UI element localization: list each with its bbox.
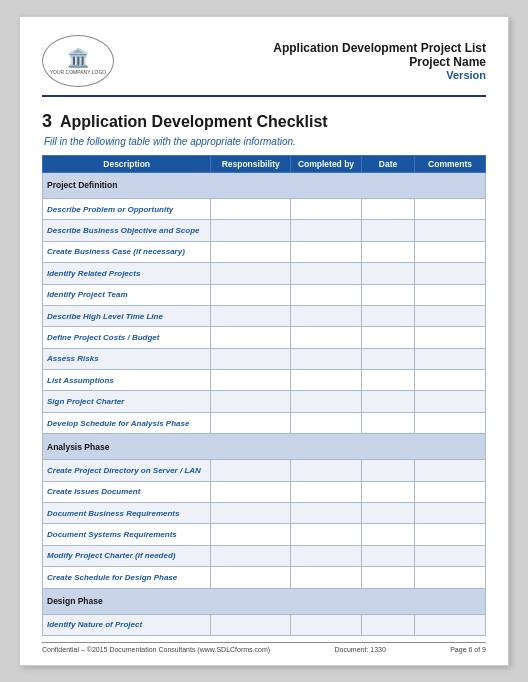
row-description: Describe High Level Time Line — [43, 305, 211, 326]
row-completed[interactable] — [291, 567, 362, 588]
row-comments[interactable] — [415, 263, 486, 284]
row-responsibility[interactable] — [211, 284, 291, 305]
row-responsibility[interactable] — [211, 263, 291, 284]
footer-confidential: Confidential – ©2015 Documentation Consu… — [42, 646, 270, 653]
row-date[interactable] — [361, 305, 414, 326]
row-responsibility[interactable] — [211, 348, 291, 369]
row-responsibility[interactable] — [211, 567, 291, 588]
row-date[interactable] — [361, 220, 414, 241]
row-date[interactable] — [361, 481, 414, 502]
row-description: Document Business Requirements — [43, 503, 211, 524]
row-completed[interactable] — [291, 284, 362, 305]
row-comments[interactable] — [415, 348, 486, 369]
table-row: Create Project Directory on Server / LAN — [43, 460, 486, 481]
row-date[interactable] — [361, 391, 414, 412]
row-comments[interactable] — [415, 241, 486, 262]
table-row: Create Schedule for Design Phase — [43, 567, 486, 588]
row-comments[interactable] — [415, 198, 486, 219]
row-date[interactable] — [361, 198, 414, 219]
row-comments[interactable] — [415, 524, 486, 545]
row-responsibility[interactable] — [211, 412, 291, 433]
row-comments[interactable] — [415, 284, 486, 305]
row-responsibility[interactable] — [211, 370, 291, 391]
row-completed[interactable] — [291, 327, 362, 348]
row-date[interactable] — [361, 370, 414, 391]
row-comments[interactable] — [415, 567, 486, 588]
row-responsibility[interactable] — [211, 460, 291, 481]
header-title-line1: Application Development Project List — [273, 41, 486, 55]
row-completed[interactable] — [291, 524, 362, 545]
row-responsibility[interactable] — [211, 198, 291, 219]
row-comments[interactable] — [415, 220, 486, 241]
row-comments[interactable] — [415, 614, 486, 635]
row-responsibility[interactable] — [211, 220, 291, 241]
row-responsibility[interactable] — [211, 614, 291, 635]
header: 🏛️ YOUR COMPANY LOGO Application Develop… — [42, 35, 486, 97]
row-completed[interactable] — [291, 198, 362, 219]
row-date[interactable] — [361, 327, 414, 348]
row-comments[interactable] — [415, 327, 486, 348]
row-responsibility[interactable] — [211, 391, 291, 412]
table-row: Define Project Costs / Budget — [43, 327, 486, 348]
group-header-row: Design Phase — [43, 588, 486, 614]
row-completed[interactable] — [291, 412, 362, 433]
row-completed[interactable] — [291, 370, 362, 391]
row-date[interactable] — [361, 503, 414, 524]
section-number: 3 — [42, 111, 52, 132]
row-completed[interactable] — [291, 503, 362, 524]
row-comments[interactable] — [415, 370, 486, 391]
row-comments[interactable] — [415, 305, 486, 326]
row-completed[interactable] — [291, 391, 362, 412]
table-row: Describe Business Objective and Scope — [43, 220, 486, 241]
row-description: Create Business Case (if necessary) — [43, 241, 211, 262]
checklist-table: Description Responsibility Completed by … — [42, 155, 486, 636]
logo: 🏛️ YOUR COMPANY LOGO — [42, 35, 114, 87]
row-completed[interactable] — [291, 460, 362, 481]
row-description: Create Project Directory on Server / LAN — [43, 460, 211, 481]
table-row: Identify Related Projects — [43, 263, 486, 284]
row-date[interactable] — [361, 284, 414, 305]
row-date[interactable] — [361, 412, 414, 433]
row-completed[interactable] — [291, 220, 362, 241]
table-row: Document Business Requirements — [43, 503, 486, 524]
row-comments[interactable] — [415, 412, 486, 433]
row-date[interactable] — [361, 545, 414, 566]
row-completed[interactable] — [291, 263, 362, 284]
row-responsibility[interactable] — [211, 503, 291, 524]
row-date[interactable] — [361, 348, 414, 369]
row-description: Identify Nature of Project — [43, 614, 211, 635]
table-row: Develop Schedule for Analysis Phase — [43, 412, 486, 433]
row-completed[interactable] — [291, 545, 362, 566]
row-responsibility[interactable] — [211, 327, 291, 348]
row-completed[interactable] — [291, 348, 362, 369]
instruction-text: Fill in the following table with the app… — [44, 136, 486, 147]
row-date[interactable] — [361, 567, 414, 588]
row-responsibility[interactable] — [211, 545, 291, 566]
row-description: Describe Problem or Opportunity — [43, 198, 211, 219]
row-date[interactable] — [361, 241, 414, 262]
table-row: Create Issues Document — [43, 481, 486, 502]
logo-text: YOUR COMPANY LOGO — [50, 69, 107, 75]
col-header-description: Description — [43, 156, 211, 173]
row-responsibility[interactable] — [211, 241, 291, 262]
row-comments[interactable] — [415, 545, 486, 566]
row-completed[interactable] — [291, 614, 362, 635]
row-description: Develop Schedule for Analysis Phase — [43, 412, 211, 433]
row-date[interactable] — [361, 460, 414, 481]
table-header-row: Description Responsibility Completed by … — [43, 156, 486, 173]
row-comments[interactable] — [415, 481, 486, 502]
row-comments[interactable] — [415, 391, 486, 412]
row-responsibility[interactable] — [211, 524, 291, 545]
row-responsibility[interactable] — [211, 481, 291, 502]
row-date[interactable] — [361, 614, 414, 635]
row-comments[interactable] — [415, 460, 486, 481]
row-completed[interactable] — [291, 241, 362, 262]
row-completed[interactable] — [291, 481, 362, 502]
header-version: Version — [273, 69, 486, 81]
row-date[interactable] — [361, 524, 414, 545]
row-date[interactable] — [361, 263, 414, 284]
row-completed[interactable] — [291, 305, 362, 326]
row-responsibility[interactable] — [211, 305, 291, 326]
table-row: Describe High Level Time Line — [43, 305, 486, 326]
row-comments[interactable] — [415, 503, 486, 524]
